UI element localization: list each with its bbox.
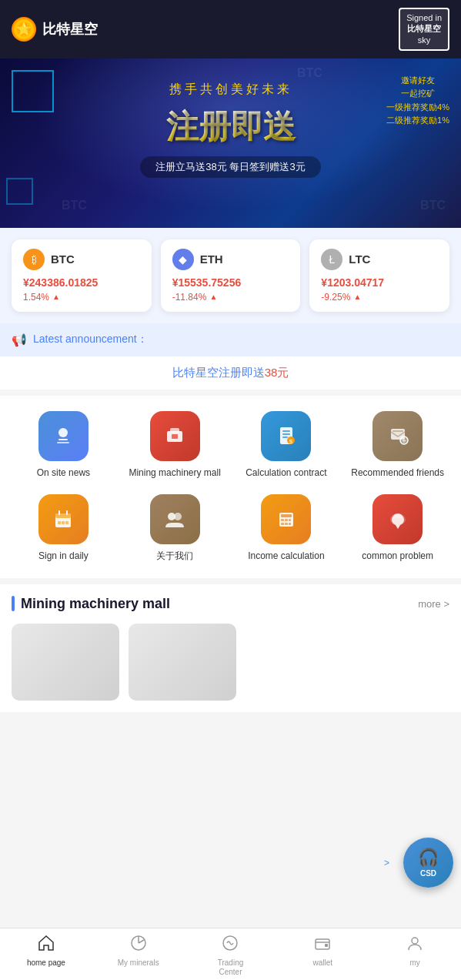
svg-point-0	[58, 428, 68, 437]
bottom-navigation: home page My minerals TradingCenter wall…	[0, 928, 461, 980]
svg-rect-27	[281, 519, 284, 521]
crypto-card-btc[interactable]: ₿ BTC ¥243386.01825 1.54% ▲	[12, 239, 152, 312]
signed-in-username: 比特星空	[406, 23, 442, 35]
btc-icon: ₿	[23, 249, 45, 270]
menu-item-on-site-news[interactable]: On site news	[12, 411, 115, 480]
svg-rect-4	[170, 428, 179, 433]
calculation-contract-icon: $	[261, 411, 311, 461]
common-problem-icon	[372, 494, 423, 544]
nav-home-label: home page	[27, 958, 65, 968]
csd-label: CSD	[420, 869, 436, 878]
mining-mall-label: Mining machinery mall	[129, 467, 220, 480]
menu-item-about-us[interactable]: 关于我们	[123, 494, 227, 563]
banner-title: 注册即送	[12, 105, 449, 149]
sign-in-daily-label: Sign in daily	[38, 550, 89, 563]
ltc-arrow: ▲	[353, 293, 361, 301]
btc-watermark-2: BTC	[420, 199, 446, 212]
nav-wallet[interactable]: wallet	[276, 935, 369, 977]
svg-rect-20	[58, 521, 61, 524]
section-title: Mining machinery mall	[21, 596, 170, 612]
eth-header: ◆ ETH	[172, 249, 289, 270]
btc-arrow: ▲	[52, 293, 60, 301]
svg-rect-1	[58, 439, 68, 440]
ltc-icon: Ł	[321, 249, 342, 270]
menu-item-recommended-friends[interactable]: + Recommended friends	[346, 411, 449, 480]
nav-my-minerals[interactable]: My minerals	[92, 935, 185, 977]
svg-rect-29	[289, 519, 291, 521]
banner: BTC BTC BTC 邀请好友 一起挖矿 一级推荐奖励4% 二级推荐奖励1% …	[0, 59, 461, 228]
on-site-news-label: On site news	[37, 467, 90, 480]
app-title: 比特星空	[42, 20, 98, 38]
crypto-card-ltc[interactable]: Ł LTC ¥1203.04717 -9.25% ▲	[309, 239, 449, 312]
ltc-name: LTC	[349, 253, 370, 266]
menu-item-mining-mall[interactable]: Mining machinery mall	[123, 411, 227, 480]
nav-trading-center[interactable]: TradingCenter	[185, 935, 277, 977]
svg-rect-2	[57, 442, 69, 443]
signed-in-label: Signed in	[406, 12, 442, 23]
nav-my[interactable]: my	[369, 935, 461, 977]
announce-link-text: 比特星空注册即送38元	[172, 366, 289, 379]
menu-item-income-calculation[interactable]: Income calculation	[235, 494, 339, 563]
btc-change: 1.54% ▲	[23, 292, 140, 303]
svg-rect-19	[66, 510, 68, 515]
income-calculation-label: Income calculation	[248, 550, 324, 563]
nav-wallet-label: wallet	[313, 958, 333, 968]
about-us-icon	[150, 494, 200, 544]
csd-float-button[interactable]: > 🎧 CSD	[403, 838, 453, 888]
btc-name: BTC	[51, 253, 75, 266]
home-icon	[38, 935, 55, 956]
btc-watermark-1: BTC	[297, 66, 322, 80]
svg-rect-32	[289, 523, 291, 525]
btc-header: ₿ BTC	[23, 249, 140, 270]
recommended-friends-label: Recommended friends	[351, 467, 444, 480]
announce-amount: 38元	[265, 366, 289, 379]
eth-icon: ◆	[172, 249, 194, 270]
logo-icon: 🌟	[12, 17, 36, 42]
svg-rect-36	[325, 944, 328, 947]
announce-label: Latest announcement：	[33, 333, 148, 346]
mining-section-heading: Mining machinery mall more >	[0, 584, 461, 624]
csd-headset-icon: 🎧	[418, 848, 439, 868]
announcement-bar: 📢 Latest announcement：	[0, 323, 461, 356]
app-header: 🌟 比特星空 Signed in 比特星空 sky	[0, 0, 461, 59]
menu-item-sign-in-daily[interactable]: Sign in daily	[12, 494, 115, 563]
mining-card-1[interactable]	[12, 624, 119, 701]
nav-home[interactable]: home page	[0, 935, 92, 977]
calculation-contract-label: Calculation contract	[246, 467, 326, 480]
svg-rect-18	[58, 510, 60, 515]
crypto-card-eth[interactable]: ◆ ETH ¥15535.75256 -11.84% ▲	[161, 239, 301, 312]
svg-rect-8	[282, 433, 290, 435]
svg-rect-28	[285, 519, 288, 521]
eth-change: -11.84% ▲	[172, 292, 289, 303]
sign-in-daily-icon	[38, 494, 89, 544]
ltc-header: Ł LTC	[321, 249, 438, 270]
svg-rect-21	[62, 521, 65, 524]
section-more[interactable]: more >	[418, 598, 449, 610]
signed-in-sky: sky	[406, 35, 442, 45]
svg-rect-7	[282, 430, 290, 432]
banner-desc: 注册立马送38元 每日签到赠送3元	[140, 156, 320, 178]
csd-left-arrow: >	[384, 858, 389, 868]
ltc-price: ¥1203.04717	[321, 276, 438, 289]
menu-item-common-problem[interactable]: common problem	[346, 494, 449, 563]
svg-rect-13	[393, 430, 403, 432]
svg-rect-30	[281, 523, 284, 525]
nav-my-minerals-label: My minerals	[118, 958, 159, 968]
menu-item-calculation-contract[interactable]: $ Calculation contract	[235, 411, 339, 480]
wallet-icon	[314, 935, 331, 956]
signed-in-box[interactable]: Signed in 比特星空 sky	[399, 8, 449, 51]
mining-card-2[interactable]	[129, 624, 236, 701]
btc-watermark-3: BTC	[62, 199, 87, 212]
btc-price: ¥243386.01825	[23, 276, 140, 289]
my-icon	[406, 935, 423, 956]
eth-price: ¥15535.75256	[172, 276, 289, 289]
svg-point-37	[412, 938, 418, 944]
menu-grid: On site news Mining machinery mall $ Cal…	[12, 411, 449, 563]
svg-rect-31	[285, 523, 288, 525]
svg-rect-17	[55, 513, 71, 518]
announce-icon: 📢	[12, 333, 27, 347]
svg-rect-26	[281, 514, 292, 517]
mining-mall-icon	[150, 411, 200, 461]
announcement-link[interactable]: 比特星空注册即送38元	[0, 356, 461, 390]
nav-my-label: my	[409, 958, 419, 968]
